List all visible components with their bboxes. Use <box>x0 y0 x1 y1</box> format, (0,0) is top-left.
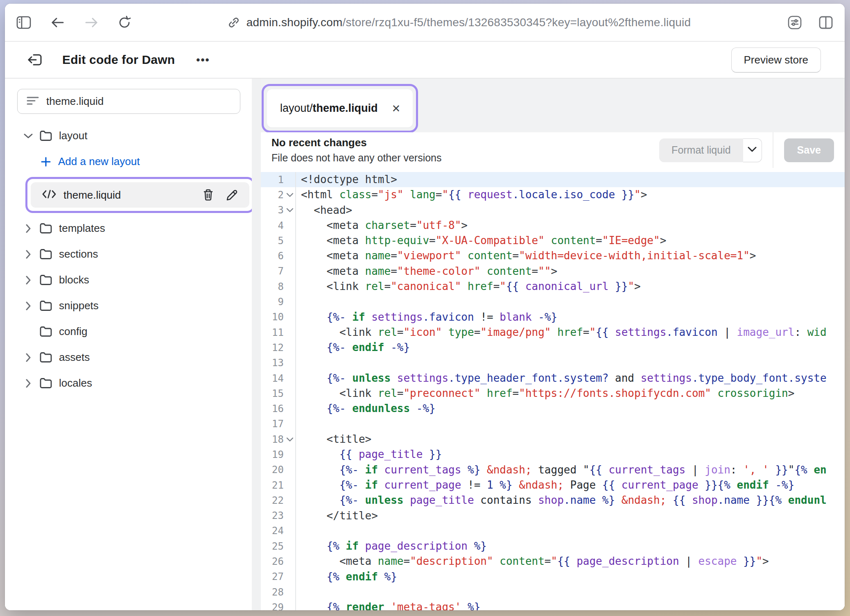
code-line-20[interactable]: 20 {%- if current_tags %} &ndash; tagged… <box>261 462 845 478</box>
code-line-29[interactable]: 29 {% render 'meta-tags' %} <box>261 600 845 610</box>
code-line-10[interactable]: 10 {%- if settings.favicon != blank -%} <box>261 310 845 325</box>
code-text: <!doctype html> <box>296 172 845 187</box>
format-liquid-button[interactable]: Format liquid <box>659 138 743 162</box>
code-line-22[interactable]: 22 {%- unless page_title contains shop.n… <box>261 493 845 508</box>
code-text: <title> <box>296 432 845 447</box>
code-line-25[interactable]: 25 {% if page_description %} <box>261 539 845 554</box>
code-text: <meta name="viewport" content="width=dev… <box>296 248 845 263</box>
status-subtext: File does not have any other versions <box>271 152 442 164</box>
save-button[interactable]: Save <box>784 138 834 162</box>
browser-settings-icon[interactable] <box>787 15 802 30</box>
sidebar-item-assets[interactable]: assets <box>5 344 252 370</box>
chevron-right-icon <box>24 276 33 285</box>
folder-icon <box>39 300 52 311</box>
code-line-1[interactable]: 1<!doctype html> <box>261 172 845 187</box>
add-layout-button[interactable]: Add a new layout <box>5 149 252 174</box>
code-line-4[interactable]: 4 <meta charset="utf-8"> <box>261 218 845 233</box>
file-search-box[interactable] <box>17 89 240 114</box>
folder-label: assets <box>59 351 90 364</box>
line-number: 10 <box>261 310 296 325</box>
tab-strip: layout/theme.liquid ✕ <box>261 79 845 132</box>
forward-icon[interactable] <box>84 17 98 28</box>
line-number: 21 <box>261 478 296 493</box>
code-text: <meta charset="utf-8"> <box>296 218 845 233</box>
code-line-6[interactable]: 6 <meta name="viewport" content="width=d… <box>261 248 845 263</box>
code-text: {%- unless page_title contains shop.name… <box>296 493 845 508</box>
code-text: {%- endunless -%} <box>296 401 845 416</box>
line-number: 27 <box>261 569 296 584</box>
exit-editor-icon[interactable] <box>28 52 43 67</box>
code-line-5[interactable]: 5 <meta http-equiv="X-UA-Compatible" con… <box>261 233 845 248</box>
code-line-9[interactable]: 9 <box>261 294 845 309</box>
more-actions-button[interactable]: ••• <box>194 52 212 68</box>
code-line-21[interactable]: 21 {%- if current_page != 1 %} &ndash; P… <box>261 478 845 493</box>
tab-layout-theme-liquid[interactable]: layout/theme.liquid ✕ <box>267 89 413 127</box>
line-number: 24 <box>261 523 296 539</box>
line-number: 6 <box>261 248 296 263</box>
status-title: No recent changes <box>271 136 442 149</box>
code-line-12[interactable]: 12 {%- endif -%} <box>261 340 845 355</box>
fold-chevron-icon[interactable] <box>286 437 294 442</box>
browser-chrome: admin.shopify.com/store/rzq1xu-f5/themes… <box>5 4 845 42</box>
folder-label: config <box>59 325 87 338</box>
sidebar-item-sections[interactable]: sections <box>5 241 252 267</box>
sidebar-item-locales[interactable]: locales <box>5 370 252 396</box>
code-line-27[interactable]: 27 {% endif %} <box>261 569 845 584</box>
preview-store-button[interactable]: Preview store <box>731 48 821 72</box>
line-number: 17 <box>261 417 296 432</box>
file-label: theme.liquid <box>63 189 121 202</box>
chevron-right-icon <box>24 250 33 259</box>
sidebar-item-config[interactable]: config <box>5 319 252 344</box>
code-line-11[interactable]: 11 <link rel="icon" type="image/png" hre… <box>261 325 845 340</box>
format-liquid-caret[interactable] <box>743 138 762 162</box>
code-line-26[interactable]: 26 <meta name="description" content="{{ … <box>261 554 845 569</box>
folder-icon <box>39 274 52 285</box>
line-number: 26 <box>261 554 296 569</box>
reload-icon[interactable] <box>118 16 131 29</box>
search-input[interactable] <box>46 95 231 108</box>
code-line-3[interactable]: 3 <head> <box>261 203 845 218</box>
code-line-15[interactable]: 15 <link rel="preconnect" href="https://… <box>261 386 845 401</box>
code-line-7[interactable]: 7 <meta name="theme-color" content=""> <box>261 264 845 279</box>
code-line-23[interactable]: 23 </title> <box>261 508 845 523</box>
split-view-icon[interactable] <box>818 16 833 29</box>
code-text: {%- unless settings.type_header_font.sys… <box>296 371 845 386</box>
code-line-2[interactable]: 2<html class="js" lang="{{ request.local… <box>261 187 845 202</box>
code-line-8[interactable]: 8 <link rel="canonical" href="{{ canonic… <box>261 279 845 294</box>
code-line-24[interactable]: 24 <box>261 523 845 539</box>
fold-chevron-icon[interactable] <box>286 208 294 213</box>
line-number: 9 <box>261 294 296 309</box>
sidebar-toggle-icon[interactable] <box>16 16 31 29</box>
page-title: Edit code for Dawn <box>62 53 175 67</box>
back-icon[interactable] <box>51 17 65 28</box>
fold-chevron-icon[interactable] <box>286 192 294 197</box>
code-text: {%- if current_page != 1 %} &ndash; Page… <box>296 478 845 493</box>
sidebar-item-layout[interactable]: layout <box>5 123 252 149</box>
rename-file-icon[interactable] <box>226 189 238 201</box>
code-text: <head> <box>296 203 845 218</box>
folder-icon <box>39 130 52 141</box>
code-line-18[interactable]: 18 <title> <box>261 432 845 447</box>
tab-close-icon[interactable]: ✕ <box>390 102 402 116</box>
delete-file-icon[interactable] <box>203 189 214 201</box>
folder-label: blocks <box>59 274 89 286</box>
sidebar-item-blocks[interactable]: blocks <box>5 267 252 293</box>
sidebar-item-snippets[interactable]: snippets <box>5 293 252 319</box>
code-line-13[interactable]: 13 <box>261 356 845 371</box>
code-line-19[interactable]: 19 {{ page_title }} <box>261 447 845 462</box>
line-number: 16 <box>261 401 296 416</box>
sidebar-item-theme-liquid[interactable]: theme.liquid <box>31 182 249 208</box>
folder-label: sections <box>59 248 98 260</box>
code-line-16[interactable]: 16 {%- endunless -%} <box>261 401 845 416</box>
sidebar-item-templates[interactable]: templates <box>5 215 252 241</box>
code-text: <meta http-equiv="X-UA-Compatible" conte… <box>296 233 845 248</box>
url-bar[interactable]: admin.shopify.com/store/rzq1xu-f5/themes… <box>131 16 787 29</box>
code-line-17[interactable]: 17 <box>261 417 845 432</box>
code-text: {% endif %} <box>296 569 845 584</box>
folder-icon <box>39 352 52 363</box>
code-line-14[interactable]: 14 {%- unless settings.type_header_font.… <box>261 371 845 386</box>
filter-icon <box>27 96 39 107</box>
line-number: 3 <box>261 203 296 218</box>
code-editor[interactable]: 1<!doctype html>2<html class="js" lang="… <box>261 168 845 610</box>
code-line-28[interactable]: 28 <box>261 584 845 600</box>
